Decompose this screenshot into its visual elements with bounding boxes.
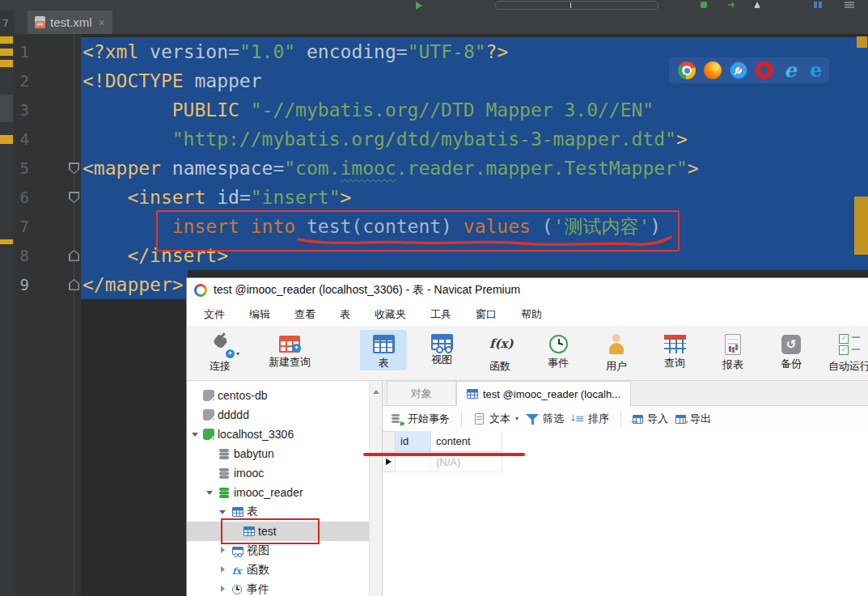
toolbar-button-query[interactable]: 查询 <box>651 330 698 370</box>
commit-icon[interactable] <box>728 2 735 8</box>
menu-item-查看[interactable]: 查看 <box>282 307 328 322</box>
code-line: <?xml version="1.0" encoding="UTF-8"?> <box>83 37 508 66</box>
fold-marker-open[interactable] <box>69 163 79 174</box>
navicat-titlebar[interactable]: test @imooc_reader (localhost_3306) - 表 … <box>187 278 868 302</box>
tree-item-事件[interactable]: 事件 <box>187 580 369 596</box>
change-marker <box>0 239 13 244</box>
object-pane: 对象 test @imooc_reader (localh... 开始事务文本▾… <box>383 381 868 596</box>
change-marker <box>0 60 13 67</box>
toolbar-button-user[interactable]: 用户 <box>593 330 640 374</box>
table-toolbar-filter[interactable]: 筛选 <box>526 412 564 426</box>
vcs-update-icon[interactable] <box>701 2 707 8</box>
navicat-toolbar: +▾连接+新建查询表视图函数事件用户查询报表备份自动运行 <box>187 326 868 381</box>
dropdown-caret-icon[interactable]: ▾ <box>515 415 519 422</box>
rerun-icon[interactable] <box>754 2 760 8</box>
fold-marker-open[interactable] <box>69 192 79 203</box>
tree-item-label: 函数 <box>247 563 269 577</box>
run-icon[interactable] <box>416 2 422 10</box>
table-toolbar-trans[interactable]: 开始事务 <box>391 412 450 426</box>
firefox-icon[interactable] <box>704 61 722 79</box>
layout-icon[interactable] <box>814 2 817 8</box>
opera-icon[interactable] <box>756 61 773 79</box>
tab-test-xml[interactable]: test.xml × <box>28 11 112 34</box>
run-config-combo[interactable] <box>495 1 658 10</box>
plus-badge-icon: + <box>226 349 235 358</box>
tree-item-imooc_reader[interactable]: imooc_reader <box>187 483 369 502</box>
toolbar-button-newq[interactable]: +新建查询 <box>255 330 324 370</box>
code-token: > <box>676 129 688 150</box>
safari-icon[interactable] <box>730 61 747 79</box>
chevron-down-icon[interactable] <box>206 488 214 497</box>
toolbar-button-report[interactable]: 报表 <box>709 330 756 372</box>
toolbar-button-event[interactable]: 事件 <box>535 330 582 370</box>
menu-item-窗口[interactable]: 窗口 <box>464 307 509 322</box>
table-toolbar-sort[interactable]: 排序 <box>571 412 609 426</box>
scroll-up-icon[interactable] <box>373 387 379 394</box>
chevron-right-icon[interactable] <box>219 585 227 594</box>
toolbar-button-conn[interactable]: +▾连接 <box>197 330 243 374</box>
chrome-icon[interactable] <box>678 61 696 79</box>
error-stripe-mark[interactable] <box>854 197 868 255</box>
toolbar-button-func[interactable]: 函数 <box>476 330 523 374</box>
line-number: 1 <box>18 37 29 66</box>
code-token: "com. <box>284 158 340 179</box>
tree-item-imooc[interactable]: imooc <box>187 463 369 483</box>
tab-objects[interactable]: 对象 <box>387 381 456 405</box>
user-icon <box>604 332 629 357</box>
code-line: "http://mybatis.org/dtd/mybatis-3-mapper… <box>83 125 688 154</box>
navicat-body: centos-dbdddddlocalhost_3306babytunimooc… <box>187 381 868 596</box>
error-stripe-mark[interactable] <box>857 36 867 48</box>
column-header-content[interactable]: content <box>431 431 502 452</box>
menu-item-工具[interactable]: 工具 <box>418 307 464 322</box>
code-token: "UTF-8" <box>408 41 486 62</box>
tab-close-icon[interactable]: × <box>99 16 105 29</box>
column-header-id[interactable]: id <box>396 431 431 452</box>
toolbar-button-label: 新建查询 <box>269 355 311 370</box>
plus-badge-icon: + <box>292 344 301 353</box>
menu-lines-icon[interactable] <box>845 2 854 3</box>
tree-item-函数[interactable]: 函数 <box>187 560 369 580</box>
menu-item-文件[interactable]: 文件 <box>192 307 237 322</box>
table-icon <box>373 335 395 353</box>
menu-item-编辑[interactable]: 编辑 <box>237 307 282 322</box>
tree-item-centos-db[interactable]: centos-db <box>187 386 369 405</box>
menu-item-表[interactable]: 表 <box>328 307 362 322</box>
ide-main-toolbar <box>0 0 868 11</box>
fold-marker-close[interactable] <box>69 250 79 261</box>
table-toolbar-label: 文本 <box>489 412 510 426</box>
menu-item-收藏夹[interactable]: 收藏夹 <box>362 307 418 322</box>
chevron-down-icon[interactable] <box>192 430 200 438</box>
tab-table-test[interactable]: test @imooc_reader (localh... <box>456 381 631 406</box>
chevron-down-icon[interactable] <box>219 508 227 516</box>
toolbar-button-view[interactable]: 视图 <box>418 330 465 367</box>
begin-transaction-icon <box>391 412 404 425</box>
tree-scrollbar[interactable] <box>369 381 383 596</box>
menu-item-帮助[interactable]: 帮助 <box>509 307 554 322</box>
code-token: </mapper> <box>83 274 184 295</box>
tree-item-localhost_3306[interactable]: localhost_3306 <box>187 425 369 444</box>
ie-icon[interactable]: e <box>781 61 799 79</box>
toolbar-button-autorun[interactable]: 自动运行 <box>826 330 868 374</box>
fold-marker-close[interactable] <box>69 279 79 290</box>
toolbar-button-backup[interactable]: 备份 <box>768 330 815 371</box>
navicat-logo-icon <box>194 284 207 297</box>
tree-item-ddddd[interactable]: ddddd <box>187 405 369 425</box>
code-token: .reader.mapper.TestMapper" <box>396 158 688 179</box>
chevron-right-icon[interactable] <box>219 566 227 574</box>
toolbar-button-table[interactable]: 表 <box>360 330 407 370</box>
tab-label: test.xml <box>50 15 92 29</box>
dropdown-caret-icon[interactable]: ▾ <box>236 350 239 357</box>
chevron-right-icon[interactable] <box>219 547 227 555</box>
table-toolbar-export[interactable]: 导出 <box>675 412 711 426</box>
tree-item-babytun[interactable]: babytun <box>187 444 369 463</box>
tab-label: test @imooc_reader (localh... <box>483 388 620 400</box>
dolphin-gray-icon <box>203 409 214 421</box>
edge-icon[interactable]: e <box>807 61 825 79</box>
code-token: "1.0" <box>239 41 295 62</box>
backup-icon <box>781 335 801 354</box>
navicat-menubar: 文件编辑查看表收藏夹工具窗口帮助 <box>187 302 868 326</box>
table-toolbar-text[interactable]: 文本▾ <box>473 412 519 426</box>
table-toolbar-label: 导出 <box>690 412 711 426</box>
tree-item-label: babytun <box>234 447 274 460</box>
table-toolbar-import[interactable]: 导入 <box>633 412 668 426</box>
